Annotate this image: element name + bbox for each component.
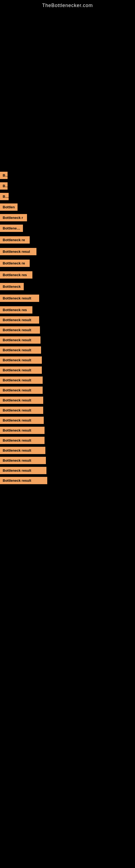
result-item: Bottlen xyxy=(0,203,135,211)
result-item: Bottleneck result xyxy=(0,456,135,465)
result-item: Bottleneck resul xyxy=(0,247,135,256)
bottleneck-result-badge[interactable]: B xyxy=(0,172,8,179)
result-item: Bottleneck result xyxy=(0,366,135,374)
bottleneck-result-badge[interactable]: Bottleneck result xyxy=(0,477,47,484)
result-item: Bottleneck result xyxy=(0,336,135,344)
result-item: Bottleneck result xyxy=(0,406,135,414)
result-item: Bottleneck result xyxy=(0,416,135,425)
result-item: Bottleneck re xyxy=(0,236,135,244)
result-item: B xyxy=(0,171,135,180)
result-item: Bottleneck result xyxy=(0,346,135,354)
bottleneck-result-badge[interactable]: Bottleneck re xyxy=(0,236,30,244)
top-section xyxy=(0,11,135,168)
result-item: Bottleneck result xyxy=(0,326,135,334)
results-container: BBBoBottlenBottleneck rBottleneckBottlen… xyxy=(0,168,135,489)
bottleneck-result-badge[interactable]: Bottleneck result xyxy=(0,326,40,334)
bottleneck-result-badge[interactable]: Bottleneck result xyxy=(0,427,45,434)
result-item: Bottleneck xyxy=(0,282,135,291)
result-item: Bottleneck re xyxy=(0,259,135,268)
result-item: Bottleneck result xyxy=(0,436,135,444)
result-item: Bottleneck res xyxy=(0,271,135,279)
bottleneck-result-badge[interactable]: Bottleneck result xyxy=(0,397,43,404)
result-item: Bottleneck result xyxy=(0,476,135,485)
bottleneck-result-badge[interactable]: Bottleneck resul xyxy=(0,248,37,255)
bottleneck-result-badge[interactable]: Bottleneck result xyxy=(0,416,44,424)
result-item: Bottleneck result xyxy=(0,294,135,303)
bottleneck-result-badge[interactable]: Bottleneck result xyxy=(0,367,42,374)
result-item: Bottleneck result xyxy=(0,466,135,475)
result-item: Bottleneck result xyxy=(0,356,135,364)
bottleneck-result-badge[interactable]: Bottleneck res xyxy=(0,306,32,314)
bottleneck-result-badge[interactable]: Bottleneck result xyxy=(0,457,46,464)
bottleneck-result-badge[interactable]: Bottleneck xyxy=(0,283,24,290)
bottleneck-result-badge[interactable]: Bottleneck result xyxy=(0,437,45,444)
bottleneck-result-badge[interactable]: Bottleneck result xyxy=(0,447,45,454)
bottleneck-result-badge[interactable]: Bottleneck res xyxy=(0,271,32,279)
bottleneck-result-badge[interactable]: Bottleneck r xyxy=(0,214,27,221)
bottleneck-result-badge[interactable]: Bo xyxy=(0,193,9,200)
result-item: Bottleneck result xyxy=(0,386,135,394)
bottleneck-result-badge[interactable]: B xyxy=(0,182,8,190)
bottleneck-result-badge[interactable]: Bottleneck result xyxy=(0,294,39,302)
bottleneck-result-badge[interactable]: Bottleneck result xyxy=(0,386,43,394)
bottleneck-result-badge[interactable]: Bottleneck result xyxy=(0,376,43,384)
bottleneck-result-badge[interactable]: Bottleneck result xyxy=(0,336,41,344)
result-item: B xyxy=(0,182,135,190)
bottleneck-result-badge[interactable]: Bottleneck result xyxy=(0,316,39,323)
site-title: TheBottlenecker.com xyxy=(0,0,135,11)
bottleneck-result-badge[interactable]: Bottleneck xyxy=(0,225,23,232)
result-item: Bottleneck r xyxy=(0,214,135,222)
result-item: Bottleneck xyxy=(0,224,135,232)
result-item: Bo xyxy=(0,192,135,201)
bottleneck-result-badge[interactable]: Bottleneck result xyxy=(0,407,43,414)
site-header: TheBottlenecker.com xyxy=(0,0,135,11)
bottleneck-result-badge[interactable]: Bottlen xyxy=(0,204,17,211)
bottleneck-result-badge[interactable]: Bottleneck result xyxy=(0,467,46,474)
result-item: Bottleneck result xyxy=(0,446,135,455)
result-item: Bottleneck res xyxy=(0,306,135,314)
result-item: Bottleneck result xyxy=(0,426,135,435)
result-item: Bottleneck result xyxy=(0,396,135,404)
result-item: Bottleneck result xyxy=(0,376,135,384)
bottleneck-result-badge[interactable]: Bottleneck re xyxy=(0,259,30,267)
bottleneck-result-badge[interactable]: Bottleneck result xyxy=(0,346,41,354)
result-item: Bottleneck result xyxy=(0,316,135,324)
bottleneck-result-badge[interactable]: Bottleneck result xyxy=(0,356,42,364)
